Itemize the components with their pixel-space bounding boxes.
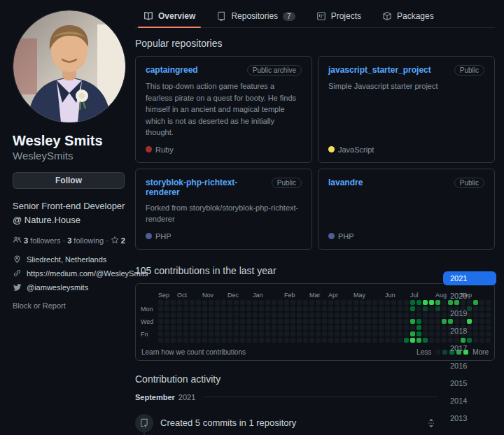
contribution-cell[interactable]	[171, 313, 176, 318]
contribution-cell[interactable]	[372, 331, 377, 336]
contribution-cell[interactable]	[303, 300, 308, 305]
contribution-cell[interactable]	[360, 331, 365, 336]
contribution-cell[interactable]	[190, 300, 195, 305]
contribution-cell[interactable]	[164, 306, 169, 311]
contribution-cell[interactable]	[328, 325, 333, 330]
contribution-cell[interactable]	[423, 331, 428, 336]
contribution-cell[interactable]	[309, 331, 314, 336]
contribution-cell[interactable]	[366, 319, 371, 324]
contribution-cell[interactable]	[284, 331, 289, 336]
contribution-cell[interactable]	[341, 325, 346, 330]
contribution-cell[interactable]	[309, 300, 314, 305]
contribution-cell[interactable]	[259, 306, 264, 311]
contribution-cell[interactable]	[284, 300, 289, 305]
contribution-cell[interactable]	[290, 300, 295, 305]
contribution-cell[interactable]	[322, 300, 327, 305]
contribution-cell[interactable]	[416, 325, 421, 330]
twitter-handle[interactable]: @iamwesleysmits	[27, 283, 88, 292]
contribution-cell[interactable]	[372, 306, 377, 311]
contribution-cell[interactable]	[234, 319, 239, 324]
contribution-cell[interactable]	[259, 338, 264, 343]
contribution-cell[interactable]	[215, 325, 220, 330]
contribution-cell[interactable]	[227, 325, 232, 330]
contribution-cell[interactable]	[379, 300, 384, 305]
contribution-cell[interactable]	[303, 325, 308, 330]
contribution-cell[interactable]	[177, 325, 182, 330]
contribution-cell[interactable]	[278, 338, 283, 343]
contribution-cell[interactable]	[196, 325, 201, 330]
contribution-cell[interactable]	[435, 338, 440, 343]
repo-name-link[interactable]: storyblok-php-richtext-renderer	[146, 178, 266, 197]
contribution-cell[interactable]	[215, 331, 220, 336]
contribution-cell[interactable]	[372, 325, 377, 330]
followers-label[interactable]: followers	[30, 236, 60, 245]
contribution-cell[interactable]	[227, 300, 232, 305]
contribution-cell[interactable]	[202, 300, 207, 305]
contribution-cell[interactable]	[164, 319, 169, 324]
contribution-cell[interactable]	[290, 331, 295, 336]
contribution-cell[interactable]	[234, 306, 239, 311]
contribution-cell[interactable]	[284, 325, 289, 330]
contribution-cell[interactable]	[410, 306, 415, 311]
avatar[interactable]	[13, 10, 126, 123]
contribution-cell[interactable]	[347, 319, 352, 324]
contribution-cell[interactable]	[171, 306, 176, 311]
contribution-cell[interactable]	[379, 338, 384, 343]
contribution-cell[interactable]	[328, 331, 333, 336]
contribution-cell[interactable]	[290, 313, 295, 318]
contribution-cell[interactable]	[416, 300, 421, 305]
contribution-cell[interactable]	[316, 331, 321, 336]
contribution-cell[interactable]	[196, 300, 201, 305]
contribution-cell[interactable]	[177, 331, 182, 336]
contribution-cell[interactable]	[398, 313, 402, 318]
contribution-cell[interactable]	[221, 325, 226, 330]
contribution-cell[interactable]	[360, 338, 365, 343]
contribution-cell[interactable]	[398, 319, 402, 324]
contribution-cell[interactable]	[209, 300, 214, 305]
year-filter-2021[interactable]: 2021	[443, 271, 496, 285]
contribution-cell[interactable]	[410, 319, 415, 324]
contribution-cell[interactable]	[221, 313, 226, 318]
contribution-cell[interactable]	[372, 319, 377, 324]
contribution-cell[interactable]	[215, 300, 220, 305]
contribution-cell[interactable]	[221, 300, 226, 305]
contribution-cell[interactable]	[253, 331, 258, 336]
contribution-cell[interactable]	[372, 338, 377, 343]
contribution-cell[interactable]	[215, 319, 220, 324]
contribution-cell[interactable]	[335, 306, 340, 311]
contribution-cell[interactable]	[171, 338, 176, 343]
contribution-cell[interactable]	[158, 325, 163, 330]
contribution-cell[interactable]	[435, 306, 440, 311]
contribution-cell[interactable]	[435, 300, 440, 305]
contribution-cell[interactable]	[354, 306, 358, 311]
repo-name-link[interactable]: lavandre	[328, 178, 363, 187]
contribution-cell[interactable]	[221, 319, 226, 324]
contribution-cell[interactable]	[164, 325, 169, 330]
contribution-cell[interactable]	[196, 306, 201, 311]
contribution-cell[interactable]	[272, 338, 276, 343]
contribution-cell[interactable]	[366, 331, 371, 336]
contribution-cell[interactable]	[209, 319, 214, 324]
contribution-cell[interactable]	[391, 338, 396, 343]
year-filter-2014[interactable]: 2014	[443, 394, 496, 408]
contribution-cell[interactable]	[398, 331, 402, 336]
contribution-cell[interactable]	[416, 313, 421, 318]
contribution-cell[interactable]	[183, 313, 188, 318]
contribution-cell[interactable]	[410, 300, 415, 305]
contribution-cell[interactable]	[297, 313, 302, 318]
contribution-cell[interactable]	[385, 313, 390, 318]
contribution-cell[interactable]	[372, 300, 377, 305]
contribution-cell[interactable]	[227, 306, 232, 311]
contribution-cell[interactable]	[290, 338, 295, 343]
contribution-cell[interactable]	[410, 331, 415, 336]
learn-contributions-link[interactable]: Learn how we count contributions	[141, 348, 246, 356]
year-filter-2018[interactable]: 2018	[443, 324, 496, 338]
contribution-cell[interactable]	[423, 300, 428, 305]
contribution-cell[interactable]	[341, 300, 346, 305]
contribution-cell[interactable]	[246, 313, 251, 318]
contribution-cell[interactable]	[391, 331, 396, 336]
contribution-cell[interactable]	[404, 319, 409, 324]
contribution-cell[interactable]	[253, 300, 258, 305]
contribution-cell[interactable]	[190, 338, 195, 343]
contribution-cell[interactable]	[265, 300, 270, 305]
